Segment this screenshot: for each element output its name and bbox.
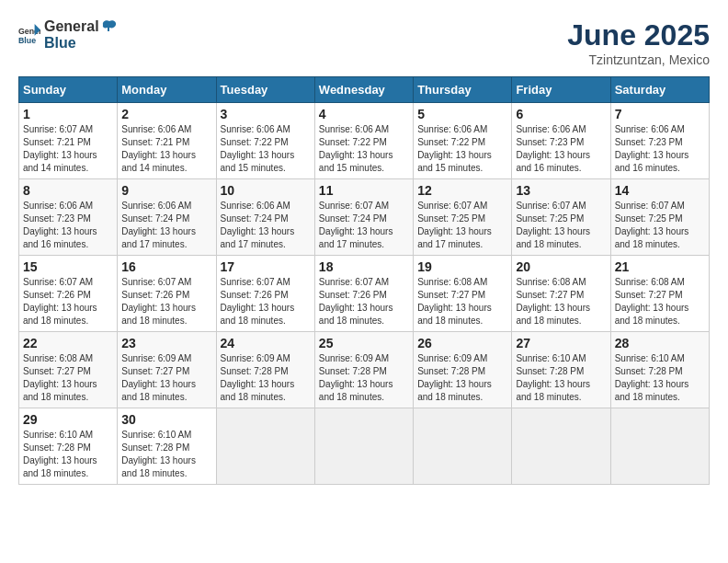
day-number: 8 [23, 183, 113, 198]
day-number: 18 [319, 259, 409, 274]
day-info: Sunrise: 6:06 AMSunset: 7:22 PMDaylight:… [221, 123, 311, 175]
sunset-text: Sunset: 7:24 PM [319, 213, 387, 224]
day-info: Sunrise: 6:10 AMSunset: 7:28 PMDaylight:… [516, 352, 606, 404]
calendar-cell: 6Sunrise: 6:06 AMSunset: 7:23 PMDaylight… [512, 103, 610, 179]
daylight-text: Daylight: 13 hours and 17 minutes. [121, 226, 196, 249]
daylight-text: Daylight: 13 hours and 18 minutes. [516, 379, 590, 402]
daylight-text: Daylight: 13 hours and 18 minutes. [615, 226, 689, 249]
sunset-text: Sunset: 7:22 PM [319, 137, 387, 147]
daylight-text: Daylight: 13 hours and 18 minutes. [23, 455, 97, 478]
day-info: Sunrise: 6:07 AMSunset: 7:25 PMDaylight:… [516, 200, 606, 251]
sunrise-text: Sunrise: 6:06 AM [417, 124, 487, 134]
sunrise-text: Sunrise: 6:07 AM [417, 201, 487, 211]
day-info: Sunrise: 6:06 AMSunset: 7:21 PMDaylight:… [121, 123, 211, 175]
page-header: General Blue General Blue June 2025 Tzin… [18, 18, 710, 67]
sunrise-text: Sunrise: 6:09 AM [417, 353, 487, 363]
sunset-text: Sunset: 7:23 PM [23, 213, 91, 224]
sunrise-text: Sunrise: 6:09 AM [221, 353, 290, 363]
sunrise-text: Sunrise: 6:10 AM [615, 353, 685, 363]
day-number: 15 [23, 259, 113, 274]
svg-text:Blue: Blue [18, 36, 36, 45]
sunset-text: Sunset: 7:26 PM [319, 290, 387, 300]
day-info: Sunrise: 6:07 AMSunset: 7:24 PMDaylight:… [319, 200, 409, 251]
daylight-text: Daylight: 13 hours and 18 minutes. [121, 379, 196, 402]
calendar-cell: 27Sunrise: 6:10 AMSunset: 7:28 PMDayligh… [512, 332, 610, 408]
calendar-cell: 18Sunrise: 6:07 AMSunset: 7:26 PMDayligh… [314, 256, 413, 332]
daylight-text: Daylight: 13 hours and 17 minutes. [221, 226, 295, 249]
sunrise-text: Sunrise: 6:06 AM [121, 201, 191, 211]
day-number: 27 [516, 336, 606, 350]
logo-blue: Blue [44, 35, 118, 52]
column-header-sunday: Sunday [19, 77, 118, 103]
sunset-text: Sunset: 7:21 PM [121, 137, 189, 147]
sunrise-text: Sunrise: 6:06 AM [319, 124, 389, 134]
sunrise-text: Sunrise: 6:08 AM [23, 353, 93, 363]
sunset-text: Sunset: 7:25 PM [417, 213, 485, 224]
sunset-text: Sunset: 7:27 PM [516, 290, 584, 300]
column-header-monday: Monday [118, 77, 216, 103]
day-number: 4 [319, 107, 409, 121]
day-info: Sunrise: 6:06 AMSunset: 7:24 PMDaylight:… [121, 200, 211, 251]
daylight-text: Daylight: 13 hours and 17 minutes. [319, 226, 393, 249]
calendar-cell: 15Sunrise: 6:07 AMSunset: 7:26 PMDayligh… [19, 256, 118, 332]
calendar-cell: 5Sunrise: 6:06 AMSunset: 7:22 PMDaylight… [414, 103, 512, 179]
day-info: Sunrise: 6:07 AMSunset: 7:21 PMDaylight:… [23, 123, 113, 175]
day-info: Sunrise: 6:07 AMSunset: 7:26 PMDaylight:… [319, 276, 409, 327]
day-info: Sunrise: 6:08 AMSunset: 7:27 PMDaylight:… [417, 276, 507, 327]
sunrise-text: Sunrise: 6:08 AM [516, 277, 586, 287]
daylight-text: Daylight: 13 hours and 18 minutes. [221, 379, 295, 402]
day-number: 17 [221, 259, 311, 274]
day-number: 10 [221, 183, 311, 198]
calendar-week-row: 1Sunrise: 6:07 AMSunset: 7:21 PMDaylight… [19, 103, 710, 179]
sunrise-text: Sunrise: 6:08 AM [417, 277, 487, 287]
day-info: Sunrise: 6:09 AMSunset: 7:28 PMDaylight:… [221, 352, 311, 404]
day-number: 28 [615, 336, 705, 350]
day-number: 21 [615, 259, 705, 274]
sunset-text: Sunset: 7:24 PM [121, 213, 189, 224]
calendar-cell: 29Sunrise: 6:10 AMSunset: 7:28 PMDayligh… [19, 408, 118, 485]
daylight-text: Daylight: 13 hours and 17 minutes. [417, 226, 492, 249]
sunrise-text: Sunrise: 6:10 AM [23, 430, 93, 440]
sunrise-text: Sunrise: 6:07 AM [319, 277, 389, 287]
sunrise-text: Sunrise: 6:06 AM [221, 124, 290, 134]
sunset-text: Sunset: 7:28 PM [221, 366, 289, 376]
daylight-text: Daylight: 13 hours and 18 minutes. [23, 303, 97, 326]
sunrise-text: Sunrise: 6:06 AM [221, 201, 290, 211]
day-number: 24 [221, 336, 311, 350]
column-header-tuesday: Tuesday [216, 77, 314, 103]
day-info: Sunrise: 6:10 AMSunset: 7:28 PMDaylight:… [23, 429, 113, 480]
daylight-text: Daylight: 13 hours and 15 minutes. [417, 150, 492, 173]
column-header-saturday: Saturday [610, 77, 709, 103]
day-number: 29 [23, 412, 113, 427]
calendar-cell: 22Sunrise: 6:08 AMSunset: 7:27 PMDayligh… [19, 332, 118, 408]
logo-bird-icon [101, 18, 118, 35]
calendar-header-row: SundayMondayTuesdayWednesdayThursdayFrid… [19, 77, 710, 103]
column-header-wednesday: Wednesday [314, 77, 413, 103]
sunrise-text: Sunrise: 6:07 AM [319, 201, 389, 211]
calendar-cell: 25Sunrise: 6:09 AMSunset: 7:28 PMDayligh… [314, 332, 413, 408]
day-number: 5 [417, 107, 507, 121]
sunrise-text: Sunrise: 6:07 AM [516, 201, 586, 211]
day-info: Sunrise: 6:07 AMSunset: 7:25 PMDaylight:… [615, 200, 705, 251]
calendar-week-row: 15Sunrise: 6:07 AMSunset: 7:26 PMDayligh… [19, 256, 710, 332]
daylight-text: Daylight: 13 hours and 18 minutes. [23, 379, 97, 402]
day-number: 9 [121, 183, 211, 198]
day-number: 26 [417, 336, 507, 350]
calendar-cell: 11Sunrise: 6:07 AMSunset: 7:24 PMDayligh… [314, 179, 413, 256]
calendar-cell [414, 408, 512, 485]
day-info: Sunrise: 6:06 AMSunset: 7:23 PMDaylight:… [23, 200, 113, 251]
day-number: 6 [516, 107, 606, 121]
daylight-text: Daylight: 13 hours and 18 minutes. [516, 226, 590, 249]
daylight-text: Daylight: 13 hours and 16 minutes. [23, 226, 97, 249]
day-number: 12 [417, 183, 507, 198]
sunset-text: Sunset: 7:28 PM [319, 366, 387, 376]
day-info: Sunrise: 6:07 AMSunset: 7:25 PMDaylight:… [417, 200, 507, 251]
day-info: Sunrise: 6:06 AMSunset: 7:23 PMDaylight:… [516, 123, 606, 175]
calendar-week-row: 22Sunrise: 6:08 AMSunset: 7:27 PMDayligh… [19, 332, 710, 408]
day-number: 1 [23, 107, 113, 121]
sunrise-text: Sunrise: 6:07 AM [23, 277, 93, 287]
daylight-text: Daylight: 13 hours and 16 minutes. [615, 150, 689, 173]
calendar-cell: 21Sunrise: 6:08 AMSunset: 7:27 PMDayligh… [610, 256, 709, 332]
calendar-cell: 20Sunrise: 6:08 AMSunset: 7:27 PMDayligh… [512, 256, 610, 332]
sunset-text: Sunset: 7:22 PM [417, 137, 485, 147]
